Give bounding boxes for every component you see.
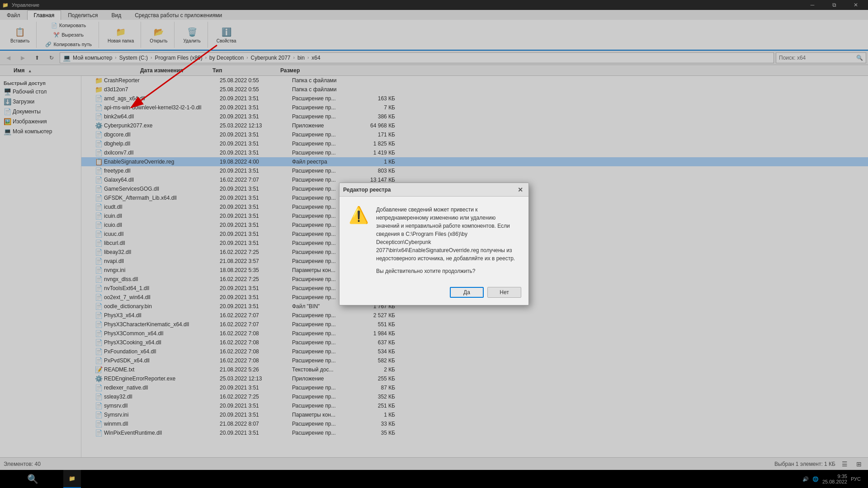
dialog-message: Добавление сведений может привести к неп… [376, 206, 519, 263]
dialog-title: Редактор реестра [343, 187, 391, 193]
dialog-buttons: Да Нет [340, 283, 528, 305]
dialog-warning-icon: ⚠️ [349, 206, 369, 225]
dialog-yes-button[interactable]: Да [450, 287, 484, 298]
dialog-content: Добавление сведений может привести к неп… [376, 206, 519, 274]
dialog-body: ⚠️ Добавление сведений может привести к … [340, 197, 528, 283]
dialog-no-button[interactable]: Нет [487, 287, 521, 298]
registry-dialog: Редактор реестра ✕ ⚠️ Добавление сведени… [339, 183, 529, 305]
dialog-overlay: Редактор реестра ✕ ⚠️ Добавление сведени… [0, 0, 868, 488]
dialog-close-button[interactable]: ✕ [516, 185, 525, 194]
dialog-titlebar: Редактор реестра ✕ [340, 183, 528, 197]
dialog-question: Вы действительно хотите продолжить? [376, 268, 519, 274]
